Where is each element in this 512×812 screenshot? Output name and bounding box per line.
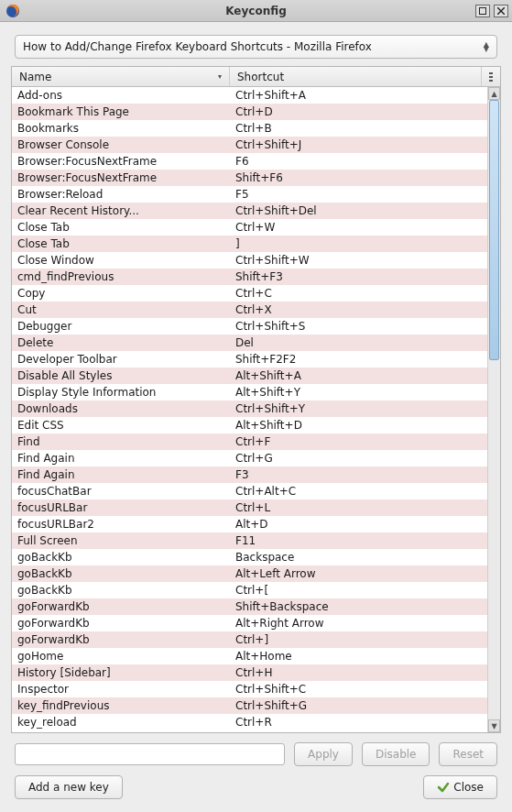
cell-shortcut: Ctrl+H (230, 666, 487, 679)
cell-name: Add-ons (12, 89, 230, 102)
table-row[interactable]: CopyCtrl+C (12, 285, 487, 302)
column-header-shortcut-label: Shortcut (237, 71, 284, 83)
close-button[interactable]: Close (423, 775, 497, 799)
table-row[interactable]: InspectorCtrl+Shift+C (12, 681, 487, 697)
cell-name: focusChatBar (12, 485, 230, 498)
cell-shortcut: Alt+Shift+D (230, 419, 487, 432)
table-row[interactable]: focusURLBarCtrl+L (12, 499, 487, 516)
table-row[interactable]: Developer ToolbarShift+F2F2 (12, 351, 487, 368)
add-key-button[interactable]: Add a new key (15, 775, 123, 799)
table-row[interactable]: Full ScreenF11 (12, 532, 487, 549)
column-header-shortcut[interactable]: Shortcut (230, 67, 482, 86)
table-row[interactable]: Browser:FocusNextFrameShift+F6 (12, 170, 487, 186)
cell-name: key_reload (12, 716, 230, 729)
vertical-scrollbar[interactable]: ▲ ▼ (487, 87, 500, 732)
table-row[interactable]: key_reloadCtrl+R (12, 714, 487, 730)
table-row[interactable]: goForwardKbAlt+Right Arrow (12, 615, 487, 631)
cell-name: Display Style Information (12, 386, 230, 399)
table-row[interactable]: History [Sidebar]Ctrl+H (12, 664, 487, 681)
cell-shortcut: Shift+F3 (230, 270, 487, 283)
table-header: Name ▾ Shortcut (12, 67, 500, 87)
table-row[interactable]: Display Style InformationAlt+Shift+Y (12, 384, 487, 401)
cell-shortcut: Ctrl+Shift+Del (230, 204, 487, 217)
table-row[interactable]: Close TabCtrl+W (12, 219, 487, 236)
table-row[interactable]: Browser:ReloadF5 (12, 186, 487, 203)
table-row[interactable]: Close WindowCtrl+Shift+W (12, 252, 487, 269)
table-body[interactable]: Add-onsCtrl+Shift+ABookmark This PageCtr… (12, 87, 487, 732)
table-row[interactable]: focusURLBar2Alt+D (12, 516, 487, 532)
cell-name: Bookmark This Page (12, 105, 230, 118)
cell-name: goBackKb (12, 584, 230, 597)
cell-shortcut: Del (230, 336, 487, 349)
table-row[interactable]: Browser:FocusNextFrameF6 (12, 153, 487, 170)
cell-name: Close Tab (12, 237, 230, 250)
table-row[interactable]: focusChatBarCtrl+Alt+C (12, 483, 487, 499)
table-row[interactable]: Add-onsCtrl+Shift+A (12, 87, 487, 104)
table-row[interactable]: cmd_findPreviousShift+F3 (12, 269, 487, 285)
table-row[interactable]: DownloadsCtrl+Shift+Y (12, 401, 487, 417)
table-row[interactable]: Clear Recent History...Ctrl+Shift+Del (12, 203, 487, 219)
column-header-name[interactable]: Name ▾ (12, 67, 230, 86)
table-row[interactable]: Find AgainCtrl+G (12, 450, 487, 466)
table-row[interactable]: DeleteDel (12, 335, 487, 351)
cell-shortcut: Alt+Right Arrow (230, 617, 487, 630)
scroll-down-button[interactable]: ▼ (488, 719, 500, 732)
table-row[interactable]: key_findPreviousCtrl+Shift+G (12, 697, 487, 714)
table-row[interactable]: Browser ConsoleCtrl+Shift+J (12, 137, 487, 153)
table-row[interactable]: goBackKbAlt+Left Arrow (12, 565, 487, 582)
window-title: Keyconfig (0, 5, 512, 17)
table-row[interactable]: goForwardKbShift+Backspace (12, 598, 487, 615)
table-row[interactable]: Disable All StylesAlt+Shift+A (12, 368, 487, 384)
cell-shortcut: Ctrl+Alt+C (230, 485, 487, 498)
cell-name: goForwardKb (12, 600, 230, 613)
scroll-track[interactable] (488, 100, 500, 719)
shortcut-table: Name ▾ Shortcut Add-onsCtrl+Shift+ABookm… (11, 66, 501, 733)
reset-button[interactable]: Reset (439, 742, 497, 766)
table-row[interactable]: Bookmark This PageCtrl+D (12, 104, 487, 120)
table-row[interactable]: Edit CSSAlt+Shift+D (12, 417, 487, 433)
shortcut-input[interactable] (15, 743, 285, 765)
svg-rect-5 (489, 76, 493, 78)
cell-name: Delete (12, 336, 230, 349)
cell-name: Full Screen (12, 534, 230, 547)
cell-shortcut: Ctrl+B (230, 122, 487, 135)
table-row[interactable]: CutCtrl+X (12, 302, 487, 318)
cell-name: cmd_findPrevious (12, 270, 230, 283)
cell-shortcut: Ctrl+R (230, 716, 487, 729)
cell-shortcut: Alt+D (230, 518, 487, 531)
cell-shortcut: F6 (230, 155, 487, 168)
table-row[interactable]: DebuggerCtrl+Shift+S (12, 318, 487, 335)
table-row[interactable]: goBackKbCtrl+[ (12, 582, 487, 598)
table-row[interactable]: goHomeAlt+Home (12, 648, 487, 664)
cell-name: focusURLBar (12, 501, 230, 514)
cell-name: Browser:Reload (12, 188, 230, 201)
cell-name: Clear Recent History... (12, 204, 230, 217)
cell-shortcut: Ctrl+Shift+S (230, 320, 487, 333)
cell-name: goForwardKb (12, 633, 230, 646)
cell-shortcut: Ctrl+F (230, 435, 487, 448)
maximize-button[interactable] (475, 5, 490, 17)
cell-name: focusURLBar2 (12, 518, 230, 531)
table-row[interactable]: goForwardKbCtrl+] (12, 631, 487, 648)
cell-shortcut: Ctrl+G (230, 452, 487, 465)
close-window-button[interactable] (494, 5, 508, 17)
table-row[interactable]: BookmarksCtrl+B (12, 120, 487, 137)
disable-button[interactable]: Disable (362, 742, 430, 766)
scroll-up-button[interactable]: ▲ (488, 87, 500, 100)
scroll-thumb[interactable] (489, 100, 499, 360)
table-row[interactable]: goBackKbBackspace (12, 549, 487, 565)
apply-button[interactable]: Apply (294, 742, 353, 766)
cell-shortcut: Alt+Shift+A (230, 369, 487, 382)
cell-shortcut: Ctrl+Shift+C (230, 683, 487, 696)
cell-shortcut: Alt+Home (230, 650, 487, 663)
context-window-select[interactable]: How to Add/Change Firefox Keyboard Short… (15, 35, 497, 59)
table-row[interactable]: Find AgainF3 (12, 466, 487, 483)
cell-name: key_findPrevious (12, 699, 230, 712)
table-row[interactable]: FindCtrl+F (12, 433, 487, 450)
table-row[interactable]: Close Tab] (12, 236, 487, 252)
column-picker-button[interactable] (482, 67, 500, 86)
cell-shortcut: Shift+Backspace (230, 600, 487, 613)
svg-rect-1 (480, 7, 486, 14)
cell-shortcut: Ctrl+Shift+Y (230, 402, 487, 415)
cell-name: goHome (12, 650, 230, 663)
